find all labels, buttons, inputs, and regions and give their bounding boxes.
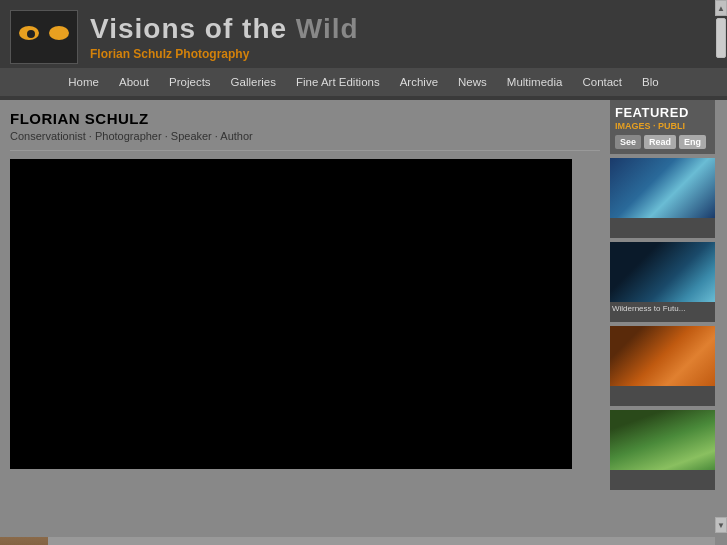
footer-quote: "For many years now there has been stron… [48,537,715,545]
site-header: Visions of the Wild Florian Schulz Photo… [0,0,727,100]
site-subtitle: Florian Schulz Photography [90,47,359,61]
sidebar-thumb-3[interactable] [610,326,715,386]
sidebar-caption-3 [610,386,715,406]
sidebar-caption-4 [610,470,715,490]
nav-blog[interactable]: Blo [632,68,669,96]
featured-tab-see[interactable]: See [615,135,641,149]
scroll-down-button[interactable]: ▼ [715,517,727,533]
footer-avatar [0,537,48,545]
scroll-up-button[interactable]: ▲ [715,0,727,16]
right-sidebar: FEATURED IMAGES · PUBLI See Read Eng Wil… [610,100,715,537]
sidebar-thumb-1[interactable] [610,158,715,218]
sidebar-image-4 [610,410,715,490]
main-area: FLORIAN SCHULZ Conservationist · Photogr… [0,100,715,537]
featured-tab-eng[interactable]: Eng [679,135,706,149]
divider [10,150,600,151]
left-content: FLORIAN SCHULZ Conservationist · Photogr… [0,100,610,537]
sidebar-images: Wilderness to Futu... [610,158,715,490]
nav-projects[interactable]: Projects [159,68,221,96]
sidebar-image-1 [610,158,715,238]
site-title: Visions of the Wild [90,13,359,45]
sidebar-image-3 [610,326,715,406]
person-title: Conservationist · Photographer · Speaker… [10,130,600,142]
sidebar-caption-1 [610,218,715,238]
right-scrollbar: ▲ ▼ [715,0,727,533]
video-player[interactable] [10,159,572,469]
scroll-thumb[interactable] [716,18,726,58]
sidebar-caption-2: Wilderness to Futu... [610,302,715,322]
nav-multimedia[interactable]: Multimedia [497,68,573,96]
featured-tab-read[interactable]: Read [644,135,676,149]
nav-fineart[interactable]: Fine Art Editions [286,68,390,96]
site-logo [10,10,78,64]
nav-home[interactable]: Home [58,68,109,96]
nav-galleries[interactable]: Galleries [221,68,286,96]
featured-box: FEATURED IMAGES · PUBLI See Read Eng [610,100,715,154]
nav-bar: Home About Projects Galleries Fine Art E… [0,68,727,96]
nav-contact[interactable]: Contact [572,68,632,96]
footer-area: "For many years now there has been stron… [0,537,715,545]
featured-tabs: See Read Eng [615,135,710,149]
nav-about[interactable]: About [109,68,159,96]
nav-archive[interactable]: Archive [390,68,448,96]
featured-title: FEATURED [615,105,710,120]
sidebar-thumb-4[interactable] [610,410,715,470]
sidebar-image-2: Wilderness to Futu... [610,242,715,322]
sidebar-thumb-2[interactable] [610,242,715,302]
person-name: FLORIAN SCHULZ [10,110,600,127]
featured-subtitle: IMAGES · PUBLI [615,121,710,131]
avatar-image [0,537,48,545]
nav-news[interactable]: News [448,68,497,96]
